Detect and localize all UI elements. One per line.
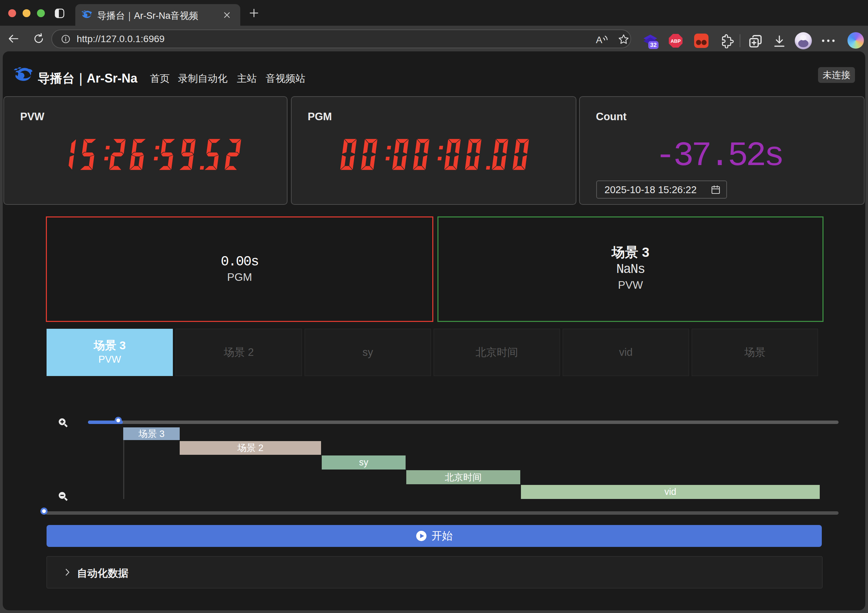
svg-text:32: 32 bbox=[650, 42, 657, 48]
svg-text:A: A bbox=[596, 34, 602, 45]
svg-text:ABP: ABP bbox=[671, 38, 681, 44]
